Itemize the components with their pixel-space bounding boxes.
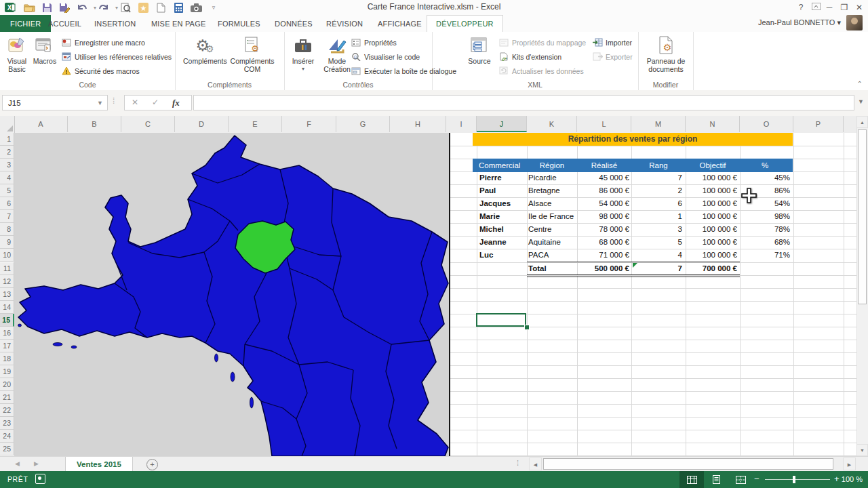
table-cell-objectif-row5[interactable]: 100 000 € <box>686 223 737 236</box>
table-cell-rang-row3[interactable]: 6 <box>631 197 682 210</box>
zoom-in-icon[interactable]: + <box>834 474 840 484</box>
tab-formules[interactable]: FORMULES <box>209 15 269 32</box>
row-header-3[interactable]: 3 <box>0 159 14 171</box>
table-cell-realise-row2[interactable]: 86 000 € <box>577 184 629 197</box>
column-header-H[interactable]: H <box>390 116 446 132</box>
visual-basic-button[interactable]: VisualBasic <box>3 34 31 73</box>
tab-donnees[interactable]: DONNÉES <box>266 15 321 32</box>
addins-button[interactable]: ⚙⚙ Compléments <box>183 34 226 65</box>
record-macro-button[interactable]: Enregistrer une macro <box>61 36 145 49</box>
zoom-level[interactable]: 100 % <box>842 475 863 483</box>
total-objectif[interactable]: 700 000 € <box>686 262 737 275</box>
table-cell-objectif-row7[interactable]: 100 000 € <box>686 249 737 262</box>
table-cell-commercial-row2[interactable]: Paul <box>479 184 526 197</box>
tab-affichage[interactable]: AFFICHAGE <box>369 15 431 32</box>
row-header-10[interactable]: 10 <box>0 249 14 262</box>
document-panel-button[interactable]: ⚙ Panneau dedocuments <box>644 34 688 73</box>
france-outline[interactable] <box>18 136 448 456</box>
account-name[interactable]: Jean-Paul BONNETTO ▾ <box>758 18 841 27</box>
column-header-J[interactable]: J <box>477 116 527 132</box>
tab-revision[interactable]: RÉVISION <box>317 15 372 32</box>
zoom-slider-track[interactable] <box>765 479 830 480</box>
redo-icon[interactable] <box>98 1 110 14</box>
row-header-7[interactable]: 7 <box>0 210 14 223</box>
table-cell-rang-row7[interactable]: 4 <box>631 249 682 262</box>
qat-customize-icon[interactable]: ▿ <box>208 1 220 14</box>
name-box-dropdown-icon[interactable]: ▼ <box>97 96 103 111</box>
close-button[interactable]: ✕ <box>850 0 868 15</box>
row-header-4[interactable]: 4 <box>0 171 14 184</box>
column-header-E[interactable]: E <box>229 116 282 132</box>
properties-button[interactable]: Propriétés <box>351 36 397 49</box>
table-cell-objectif-row1[interactable]: 100 000 € <box>686 171 737 184</box>
row-header-5[interactable]: 5 <box>0 184 14 197</box>
normal-view-button[interactable] <box>679 471 704 488</box>
row-header-19[interactable]: 19 <box>0 365 14 378</box>
collapse-ribbon-icon[interactable]: ⌃ <box>857 80 863 87</box>
table-cell-region-row4[interactable]: Ile de France <box>528 210 576 223</box>
formula-bar-expand-icon[interactable]: ▼ <box>858 98 864 105</box>
macros-button[interactable]: Macros <box>31 34 58 65</box>
table-cell-realise-row3[interactable]: 54 000 € <box>577 197 629 210</box>
table-cell-objectif-row3[interactable]: 100 000 € <box>686 197 737 210</box>
table-cell-region-row5[interactable]: Centre <box>528 223 576 236</box>
scrollbar-grip[interactable]: ⁞ <box>517 459 517 467</box>
insert-function-icon[interactable]: fx <box>172 96 180 110</box>
new-document-icon[interactable] <box>155 1 167 14</box>
table-cell-pct-row1[interactable]: 45% <box>740 171 790 184</box>
table-cell-rang-row2[interactable]: 2 <box>631 184 682 197</box>
tab-developpeur[interactable]: DÉVELOPPEUR <box>427 15 503 33</box>
table-cell-objectif-row4[interactable]: 100 000 € <box>686 210 737 223</box>
macro-record-icon[interactable] <box>35 474 45 484</box>
table-cell-objectif-row2[interactable]: 100 000 € <box>686 184 737 197</box>
table-cell-rang-row5[interactable]: 3 <box>631 223 682 236</box>
table-cell-realise-row6[interactable]: 68 000 € <box>577 236 629 249</box>
row-header-20[interactable]: 20 <box>0 378 14 391</box>
save-as-icon[interactable] <box>58 1 71 14</box>
name-box[interactable]: J15▼ <box>2 95 108 110</box>
table-cell-realise-row5[interactable]: 78 000 € <box>577 223 629 236</box>
table-cell-rang-row6[interactable]: 5 <box>631 236 682 249</box>
save-icon[interactable] <box>41 1 53 14</box>
table-cell-region-row7[interactable]: PACA <box>528 249 576 262</box>
column-header-D[interactable]: D <box>175 116 229 132</box>
table-cell-rang-row1[interactable]: 7 <box>631 171 682 184</box>
open-icon[interactable] <box>23 1 35 14</box>
row-header-8[interactable]: 8 <box>0 223 14 236</box>
cancel-icon[interactable]: ✕ <box>132 96 138 110</box>
camera-icon[interactable] <box>190 1 202 14</box>
column-header-K[interactable]: K <box>527 116 577 132</box>
row-header-14[interactable]: 14 <box>0 301 14 314</box>
tab-mise-en-page[interactable]: MISE EN PAGE <box>142 15 214 32</box>
column-header-I[interactable]: I <box>446 116 477 132</box>
page-layout-view-button[interactable] <box>704 471 728 488</box>
table-cell-realise-row1[interactable]: 45 000 € <box>577 171 629 184</box>
xml-source-button[interactable]: Source <box>465 34 494 65</box>
import-button[interactable]: Importer <box>592 36 632 49</box>
tab-accueil[interactable]: ACCUEIL <box>39 15 90 32</box>
column-header-C[interactable]: C <box>121 116 175 132</box>
row-header-22[interactable]: 22 <box>0 404 14 417</box>
total-realise[interactable]: 500 000 € <box>577 262 629 275</box>
vertical-scroll-thumb[interactable] <box>858 129 867 304</box>
column-header-P[interactable]: P <box>793 116 844 132</box>
column-header-N[interactable]: N <box>686 116 740 132</box>
row-header-6[interactable]: 6 <box>0 197 14 210</box>
enter-icon[interactable]: ✓ <box>152 96 159 110</box>
formula-input[interactable] <box>193 95 854 110</box>
table-cell-commercial-row1[interactable]: Pierre <box>479 171 526 184</box>
sheet-tab-ventes-2015[interactable]: Ventes 2015 <box>65 457 133 472</box>
row-header-25[interactable]: 25 <box>0 443 14 455</box>
column-header-G[interactable]: G <box>336 116 390 132</box>
row-header-9[interactable]: 9 <box>0 236 14 249</box>
scroll-down-icon[interactable]: ▼ <box>856 444 868 456</box>
row-header-23[interactable]: 23 <box>0 417 14 430</box>
new-sheet-icon[interactable]: + <box>146 459 158 470</box>
view-code-button[interactable]: Q Visualiser le code <box>351 50 420 63</box>
table-cell-commercial-row6[interactable]: Jeanne <box>479 236 526 249</box>
row-header-1[interactable]: 1 <box>0 133 14 146</box>
table-cell-region-row6[interactable]: Aquitaine <box>528 236 576 249</box>
macro-security-button[interactable]: Sécurité des macros <box>61 64 140 77</box>
page-break-view-button[interactable] <box>728 471 753 488</box>
row-header-13[interactable]: 13 <box>0 288 14 301</box>
